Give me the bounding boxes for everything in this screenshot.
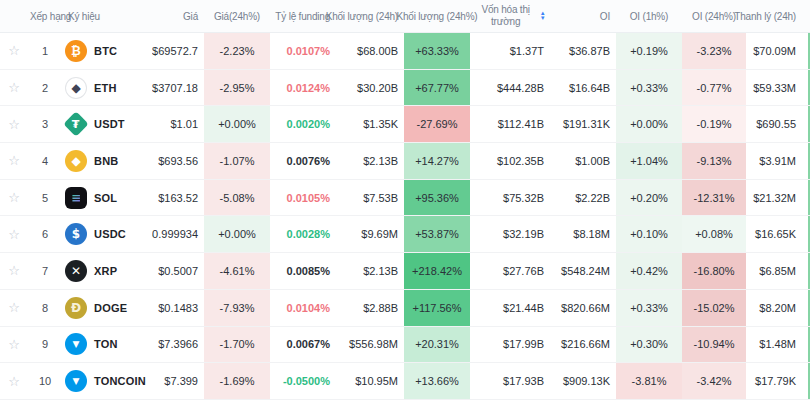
table-row[interactable]: ☆ 4 ◆ BNB $693.56 -1.07% 0.0076% $2.13B … [0,143,810,180]
favorite-star-icon[interactable]: ☆ [8,153,20,168]
funding-rate-cell: 0.0067% [270,327,336,363]
header-volume-24h[interactable]: Khối lượng (24h) [336,0,404,32]
volume-24h-cell: $2.13B [336,253,404,289]
table-row[interactable]: ☆ 5 ≡ SOL $163.52 -5.08% 0.0105% $7.53B … [0,180,810,217]
price-cell: $1.01 [152,106,204,142]
volume-24h-cell: $9.69M [336,216,404,252]
oi-24h-cell: -10.94% [682,327,746,363]
table-row[interactable]: ☆ 1 ₿ BTC $69572.7 -2.23% 0.0107% $68.00… [0,33,810,70]
price-cell: $0.5007 [152,253,204,289]
oi-24h-cell: -0.19% [682,106,746,142]
favorite-star-icon[interactable]: ☆ [8,227,20,242]
oi-1h-cell: +0.19% [616,33,682,69]
favorite-star-icon[interactable]: ☆ [8,263,20,278]
symbol-cell[interactable]: ✕ XRP [62,253,152,289]
market-cap-cell: $17.99B [470,327,550,363]
market-cap-cell: $75.32B [470,180,550,216]
header-symbol[interactable]: Ký hiệu [62,0,152,32]
liquidation-24h-cell: $21.32M [746,180,810,216]
volume-24h-pct-cell: +20.31% [404,327,470,363]
symbol-cell[interactable]: ▼ TONCOIN [62,363,152,399]
open-interest-cell: $1.00B [550,143,616,179]
oi-24h-cell: -12.31% [682,180,746,216]
rank-cell: 8 [28,290,62,326]
table-row[interactable]: ☆ 2 ◆ ETH $3707.18 -2.95% 0.0124% $30.20… [0,70,810,107]
price-cell: $0.1483 [152,290,204,326]
symbol-cell[interactable]: ◆ BNB [62,143,152,179]
coin-icon: ₮ [63,111,88,136]
favorite-star-icon[interactable]: ☆ [8,43,20,58]
header-volume-24h-pct[interactable]: Khối lượng (24h%) [404,0,470,32]
liquidation-24h-cell: $6.85M [746,253,810,289]
favorite-star-icon[interactable]: ☆ [8,374,20,389]
symbol-cell[interactable]: ≡ SOL [62,180,152,216]
symbol-cell[interactable]: ◆ ETH [62,70,152,106]
oi-24h-cell: -3.23% [682,33,746,69]
symbol-cell[interactable]: ₮ USDT [62,106,152,142]
header-price[interactable]: Giá [152,0,204,32]
market-cap-cell: $27.76B [470,253,550,289]
table-row[interactable]: ☆ 3 ₮ USDT $1.01 +0.00% 0.0020% $1.35K -… [0,106,810,143]
header-oi-1h[interactable]: OI (1h%) [616,0,682,32]
sort-down-icon: ▼ [540,16,546,21]
favorite-star-icon[interactable]: ☆ [8,190,20,205]
symbol-label: BTC [94,45,117,57]
symbol-cell[interactable]: ₿ BTC [62,33,152,69]
crypto-screener-table: Xếp hạng Ký hiệu Giá Giá(24h%) Tỷ lệ fun… [0,0,810,400]
oi-24h-cell: +0.08% [682,216,746,252]
price-cell: $693.56 [152,143,204,179]
table-body: ☆ 1 ₿ BTC $69572.7 -2.23% 0.0107% $68.00… [0,33,810,400]
volume-24h-pct-cell: +67.77% [404,70,470,106]
header-liquidation-24h[interactable]: Thanh lý (24h) [746,0,810,32]
symbol-label: TONCOIN [94,375,146,387]
price-change-24h-cell: +0.00% [204,216,270,252]
favorite-star-icon[interactable]: ☆ [8,80,20,95]
coin-icon: ◆ [65,150,87,172]
table-row[interactable]: ☆ 6 $ USDC $0.999934 +0.00% 0.0028% $9.6… [0,216,810,253]
rank-cell: 5 [28,180,62,216]
favorite-star-icon[interactable]: ☆ [8,117,20,132]
funding-rate-cell: 0.0105% [270,180,336,216]
volume-24h-pct-cell: +53.87% [404,216,470,252]
market-cap-cell: $1.37T [470,33,550,69]
funding-rate-cell: 0.0028% [270,216,336,252]
market-cap-cell: $112.41B [470,106,550,142]
sort-arrows-icon[interactable]: ▲ ▼ [540,11,546,21]
rank-cell: 4 [28,143,62,179]
header-rank[interactable]: Xếp hạng [28,0,62,32]
header-price-change-24h[interactable]: Giá(24h%) [204,0,270,32]
symbol-cell[interactable]: ▼ TON [62,327,152,363]
price-cell: $7.399 [152,363,204,399]
favorite-cell: ☆ [0,180,28,216]
table-row[interactable]: ☆ 10 ▼ TONCOIN $7.399 -1.69% -0.0500% $1… [0,363,810,400]
symbol-cell[interactable]: Ð DOGE [62,290,152,326]
favorite-cell: ☆ [0,106,28,142]
volume-24h-cell: $556.98M [336,327,404,363]
price-change-24h-cell: -7.93% [204,290,270,326]
liquidation-24h-cell: $8.20M [746,290,810,326]
symbol-cell[interactable]: $ USDC [62,216,152,252]
table-row[interactable]: ☆ 7 ✕ XRP $0.5007 -4.61% 0.0085% $2.13B … [0,253,810,290]
coin-icon: $ [65,223,87,245]
favorite-star-icon[interactable]: ☆ [8,300,20,315]
favorite-star-icon[interactable]: ☆ [8,337,20,352]
table-row[interactable]: ☆ 8 Ð DOGE $0.1483 -7.93% 0.0104% $2.88B… [0,290,810,327]
header-open-interest[interactable]: OI [550,0,616,32]
open-interest-cell: $909.13K [550,363,616,399]
coin-icon: ▼ [65,333,87,355]
symbol-label: USDT [94,118,125,130]
favorite-cell: ☆ [0,363,28,399]
oi-1h-cell: +0.30% [616,327,682,363]
symbol-label: USDC [94,228,126,240]
price-change-24h-cell: -5.08% [204,180,270,216]
open-interest-cell: $16.64B [550,70,616,106]
coin-icon: ▼ [65,370,87,392]
table-row[interactable]: ☆ 9 ▼ TON $7.3966 -1.70% 0.0067% $556.98… [0,327,810,364]
funding-rate-cell: 0.0104% [270,290,336,326]
volume-24h-pct-cell: +218.42% [404,253,470,289]
header-market-cap[interactable]: Vốn hóa thị trường ▲ ▼ [470,0,550,32]
symbol-label: TON [94,338,118,350]
price-cell: $163.52 [152,180,204,216]
open-interest-cell: $8.18M [550,216,616,252]
rank-cell: 2 [28,70,62,106]
